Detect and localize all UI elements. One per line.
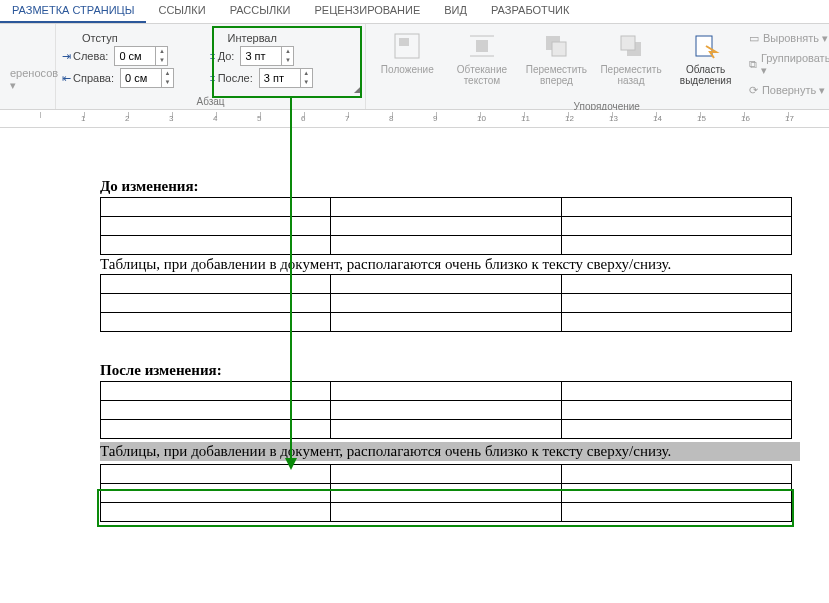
svg-rect-8: [621, 36, 635, 50]
spacing-after-input[interactable]: [260, 72, 300, 84]
indent-right-input[interactable]: [121, 72, 161, 84]
ruler-mark: 5: [260, 112, 304, 118]
spinner-up[interactable]: ▲: [282, 47, 293, 56]
tab-review[interactable]: РЕЦЕНЗИРОВАНИЕ: [302, 0, 432, 23]
ruler-mark: 9: [436, 112, 480, 118]
ruler-mark: 10: [480, 112, 524, 118]
spinner-up[interactable]: ▲: [301, 69, 312, 78]
spinner-down[interactable]: ▼: [156, 56, 167, 65]
tab-links[interactable]: ССЫЛКИ: [146, 0, 217, 23]
spinner-up[interactable]: ▲: [156, 47, 167, 56]
indent-left-label: Слева:: [73, 50, 112, 62]
table-after-bottom[interactable]: [100, 464, 792, 522]
ruler-mark: [40, 112, 84, 118]
indent-left-icon: ⇥: [62, 50, 71, 63]
rotate-icon: ⟳: [749, 84, 758, 97]
bring-forward-icon: [540, 30, 572, 62]
spacing-before-icon: ‡: [210, 50, 216, 62]
wrap-text-icon: [466, 30, 498, 62]
bring-forward-button[interactable]: Переместить вперед: [521, 26, 592, 99]
indent-right-spinner[interactable]: ▲▼: [120, 68, 174, 88]
spinner-down[interactable]: ▼: [282, 56, 293, 65]
group-arrange: Положение Обтекание текстом Переместить …: [366, 24, 829, 109]
align-button[interactable]: ▭Выровнять ▾: [745, 30, 829, 47]
indent-title: Отступ: [62, 32, 206, 44]
spacing-before-label: До:: [218, 50, 239, 62]
tab-developer[interactable]: РАЗРАБОТЧИК: [479, 0, 581, 23]
spinner-up[interactable]: ▲: [162, 69, 173, 78]
ruler-mark: 11: [524, 112, 568, 118]
spacing-before-input[interactable]: [241, 50, 281, 62]
selection-pane-button[interactable]: Область выделения: [670, 26, 741, 99]
hyphenation-button[interactable]: ереносов ▾: [6, 65, 62, 94]
ruler-mark: 14: [656, 112, 700, 118]
ruler-mark: 8: [392, 112, 436, 118]
svg-rect-6: [552, 42, 566, 56]
table-before-bottom[interactable]: [100, 274, 792, 332]
ruler-mark: 16: [744, 112, 788, 118]
svg-rect-2: [476, 40, 488, 52]
paragraph-dialog-launcher[interactable]: ◢: [351, 83, 363, 95]
tab-mailings[interactable]: РАССЫЛКИ: [218, 0, 303, 23]
ruler-mark: 4: [216, 112, 260, 118]
send-backward-icon: [615, 30, 647, 62]
spinner-down[interactable]: ▼: [301, 78, 312, 87]
ruler-mark: 3: [172, 112, 216, 118]
group-button[interactable]: ⧉Группировать ▾: [745, 50, 829, 79]
ruler-mark: 15: [700, 112, 744, 118]
ribbon-tabs: РАЗМЕТКА СТРАНИЦЫ ССЫЛКИ РАССЫЛКИ РЕЦЕНЗ…: [0, 0, 829, 24]
indent-right-icon: ⇤: [62, 72, 71, 85]
horizontal-ruler[interactable]: 1234567891011121314151617: [0, 110, 829, 128]
align-icon: ▭: [749, 32, 759, 45]
rotate-button[interactable]: ⟳Повернуть ▾: [745, 82, 829, 99]
spacing-title: Интервал: [210, 32, 359, 44]
paragraph-before[interactable]: Таблицы, при добавлении в документ, расп…: [100, 255, 800, 274]
svg-rect-1: [399, 38, 409, 46]
group-paragraph: Отступ ⇥ Слева: ▲▼ ⇤ Справа: ▲▼: [56, 24, 366, 109]
table-before-top[interactable]: [100, 197, 792, 255]
tab-page-layout[interactable]: РАЗМЕТКА СТРАНИЦЫ: [0, 0, 146, 23]
position-icon: [391, 30, 423, 62]
group-hyphenation-fragment: ереносов ▾: [0, 24, 56, 109]
tab-view[interactable]: ВИД: [432, 0, 479, 23]
ruler-mark: 12: [568, 112, 612, 118]
ruler-mark: 17: [788, 112, 829, 118]
spacing-before-spinner[interactable]: ▲▼: [240, 46, 294, 66]
document-area[interactable]: До изменения: Таблицы, при добавлении в …: [0, 128, 829, 522]
table-after-top[interactable]: [100, 381, 792, 439]
wrap-text-button[interactable]: Обтекание текстом: [447, 26, 518, 99]
ribbon: ереносов ▾ Отступ ⇥ Слева: ▲▼ ⇤ Справа:: [0, 24, 829, 110]
spacing-after-label: После:: [218, 72, 257, 84]
ruler-mark: 13: [612, 112, 656, 118]
before-heading: До изменения:: [100, 178, 829, 195]
position-button[interactable]: Положение: [372, 26, 443, 99]
after-heading: После изменения:: [100, 362, 829, 379]
indent-left-spinner[interactable]: ▲▼: [114, 46, 168, 66]
spinner-down[interactable]: ▼: [162, 78, 173, 87]
ruler-mark: 6: [304, 112, 348, 118]
ruler-mark: 7: [348, 112, 392, 118]
ruler-mark: 2: [128, 112, 172, 118]
paragraph-after[interactable]: Таблицы, при добавлении в документ, расп…: [100, 442, 800, 461]
group-icon: ⧉: [749, 58, 757, 71]
ruler-mark: 1: [84, 112, 128, 118]
spacing-after-icon: ‡: [210, 72, 216, 84]
send-backward-button[interactable]: Переместить назад: [596, 26, 667, 99]
indent-left-input[interactable]: [115, 50, 155, 62]
indent-right-label: Справа:: [73, 72, 118, 84]
selection-pane-icon: [690, 30, 722, 62]
spacing-after-spinner[interactable]: ▲▼: [259, 68, 313, 88]
paragraph-group-title: Абзац: [62, 94, 359, 109]
